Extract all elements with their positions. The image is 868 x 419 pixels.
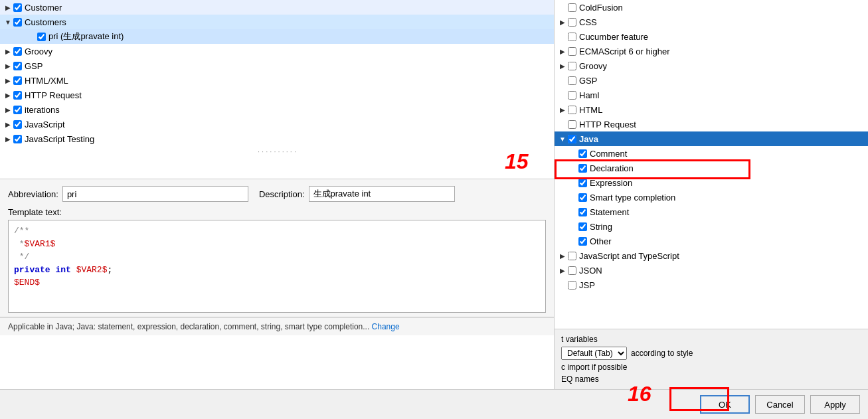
rt-statement[interactable]: Statement [555,205,868,219]
toggle-rt-groovy[interactable]: ▶ [557,62,568,70]
rt-groovy[interactable]: ▶ Groovy [555,58,868,73]
change-link[interactable]: Change [372,322,400,331]
rt-jsp[interactable]: JSP [555,278,868,292]
rt-coldfusion[interactable]: ColdFusion [555,0,868,15]
tree-item-htmlxml[interactable]: ▶ HTML/XML [0,73,554,88]
tree-item-javascript[interactable]: ▶ JavaScript [0,117,554,131]
toggle-jstesting[interactable]: ▶ [3,135,13,143]
label-rt-css: CSS [579,17,597,27]
tree-item-groovy[interactable]: ▶ Groovy [0,44,554,58]
checkbox-gsp[interactable] [13,62,22,70]
checkbox-jstesting[interactable] [13,135,22,143]
tree-item-gsp[interactable]: ▶ GSP [0,58,554,73]
rt-comment[interactable]: Comment [555,146,868,161]
toggle-htmlxml[interactable]: ▶ [3,77,13,84]
checkbox-rt-coldfusion[interactable] [568,3,576,12]
label-rt-other: Other [590,236,612,246]
tree-item-httprequest[interactable]: ▶ HTTP Request [0,88,554,102]
rt-ecma6[interactable]: ▶ ECMAScript 6 or higher [555,44,868,58]
label-rt-comment: Comment [590,149,627,159]
ok-button[interactable]: OK [700,395,750,414]
toggle-customers[interactable]: ▼ [3,19,13,26]
tree-item-customer[interactable]: ▶ Customer [0,0,554,15]
tree-item-jstesting[interactable]: ▶ JavaScript Testing [0,131,554,146]
checkbox-rt-statement[interactable] [578,208,587,216]
toggle-httprequest[interactable]: ▶ [3,92,13,99]
checkbox-groovy[interactable] [13,47,22,56]
toggle-groovy[interactable]: ▶ [3,48,13,55]
checkbox-rt-ecma6[interactable] [568,47,576,56]
checkbox-rt-smarttype[interactable] [578,193,587,202]
dialog-content: ▶ Customer ▼ Customers pri (生成pravate in… [0,0,868,389]
rt-html[interactable]: ▶ HTML [555,102,868,117]
rt-cucumber[interactable]: Cucumber feature [555,29,868,44]
checkbox-htmlxml[interactable] [13,76,22,85]
rt-java[interactable]: ▼ Java [555,131,868,146]
toggle-rt-java[interactable]: ▼ [557,135,568,143]
description-input[interactable] [309,186,455,202]
checkbox-rt-json[interactable] [568,266,576,275]
checkbox-rt-gsp[interactable] [568,76,576,85]
cancel-button[interactable]: Cancel [755,395,805,414]
checkbox-rt-declaration[interactable] [578,164,587,173]
checkbox-rt-httprequest[interactable] [568,120,576,129]
toggle-gsp[interactable]: ▶ [3,62,13,70]
checkbox-rt-expression[interactable] [578,179,587,187]
checkbox-rt-comment[interactable] [578,149,587,158]
rt-smarttype[interactable]: Smart type completion [555,190,868,205]
abbreviation-input[interactable] [62,186,248,202]
rt-gsp[interactable]: GSP [555,73,868,88]
checkbox-rt-string[interactable] [578,222,587,231]
label-rt-haml: Haml [579,90,599,100]
apply-button[interactable]: Apply [810,395,860,414]
checkbox-rt-java[interactable] [568,135,576,143]
rt-haml[interactable]: Haml [555,88,868,102]
checkbox-iterations[interactable] [13,106,22,114]
toggle-customer[interactable]: ▶ [3,4,13,11]
option-row-import: c import if possible [561,363,861,372]
right-tree: ColdFusion ▶ CSS Cucumber feature [555,0,868,329]
rt-declaration[interactable]: Declaration [555,161,868,175]
applicable-text: Applicable in Java; Java: statement, exp… [8,322,369,331]
toggle-rt-ecma6[interactable]: ▶ [557,48,568,55]
toggle-javascript[interactable]: ▶ [3,121,13,128]
checkbox-javascript[interactable] [13,120,22,129]
label-gsp: GSP [25,61,43,71]
indent-select[interactable]: Default (Tab) [561,347,627,360]
checkbox-rt-haml[interactable] [568,91,576,100]
label-rt-statement: Statement [590,207,629,217]
checkbox-pri[interactable] [37,33,46,41]
checkbox-rt-css[interactable] [568,18,576,27]
checkbox-customers[interactable] [13,18,22,27]
checkbox-rt-html[interactable] [568,106,576,114]
checkbox-rt-groovy[interactable] [568,62,576,70]
toggle-rt-css[interactable]: ▶ [557,19,568,26]
checkbox-rt-other[interactable] [578,237,587,246]
checkbox-rt-jsandts[interactable] [568,252,576,260]
template-editor[interactable]: /** *$VAR1$ */ private int $VAR2$; $END$ [8,220,546,313]
rt-json[interactable]: ▶ JSON [555,263,868,278]
eq-label: EQ names [561,375,599,384]
tree-item-pri[interactable]: pri (生成pravate int) [0,29,554,44]
rt-css[interactable]: ▶ CSS [555,15,868,29]
rt-jsandts[interactable]: ▶ JavaScript and TypeScript [555,248,868,263]
rt-expression[interactable]: Expression [555,175,868,190]
checkbox-rt-jsp[interactable] [568,281,576,290]
tree-item-iterations[interactable]: ▶ iterations [0,102,554,117]
right-panel-inner: ColdFusion ▶ CSS Cucumber feature [555,0,868,389]
rt-httprequest[interactable]: HTTP Request [555,117,868,131]
tpl-line-4: private int $VAR2$; [14,264,540,277]
checkbox-customer[interactable] [13,3,22,12]
toggle-rt-html[interactable]: ▶ [557,106,568,114]
rt-string[interactable]: String [555,219,868,234]
toggle-rt-jsandts[interactable]: ▶ [557,252,568,260]
toggle-iterations[interactable]: ▶ [3,106,13,114]
label-rt-java: Java [579,134,598,144]
tree-item-customers[interactable]: ▼ Customers [0,15,554,29]
rt-other[interactable]: Other [555,234,868,248]
toggle-rt-json[interactable]: ▶ [557,267,568,274]
checkbox-httprequest[interactable] [13,91,22,100]
left-panel: ▶ Customer ▼ Customers pri (生成pravate in… [0,0,555,389]
label-htmlxml: HTML/XML [25,76,68,86]
checkbox-rt-cucumber[interactable] [568,33,576,41]
